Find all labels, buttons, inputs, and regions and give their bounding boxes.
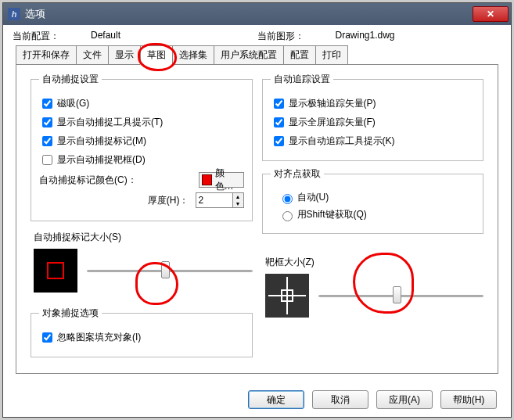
- alignment-group: 对齐点获取 自动(U) 用Shift键获取(Q): [262, 167, 484, 234]
- info-row: 当前配置： Default 当前图形： Drawing1.dwg: [3, 25, 511, 45]
- help-button[interactable]: 帮助(H): [440, 390, 497, 409]
- marker-checkbox[interactable]: [42, 136, 52, 146]
- ignore-hatch-label: 忽略图案填充对象(I): [57, 331, 141, 344]
- tab-content: 自动捕捉设置 磁吸(G) 显示自动捕捉工具提示(T) 显示自动捕捉标记(M) 显…: [16, 64, 498, 374]
- slider-thumb[interactable]: [393, 286, 401, 303]
- titlebar: h 选项 ✕: [3, 3, 511, 25]
- tab-bar: 打开和保存 文件 显示 草图 选择集 用户系统配置 配置 打印: [3, 45, 511, 64]
- tooltip-checkbox[interactable]: [42, 117, 52, 127]
- options-dialog: h 选项 ✕ 当前配置： Default 当前图形： Drawing1.dwg …: [2, 2, 512, 418]
- color-button[interactable]: 颜色…: [199, 172, 244, 188]
- object-snap-group: 对象捕捉选项 忽略图案填充对象(I): [31, 307, 253, 357]
- tab-plot[interactable]: 打印: [315, 45, 348, 65]
- tab-files[interactable]: 文件: [76, 45, 109, 65]
- ignore-hatch-checkbox[interactable]: [42, 332, 52, 343]
- aperture-label: 显示自动捕捉靶框(D): [57, 153, 146, 167]
- tab-display[interactable]: 显示: [108, 45, 141, 65]
- thickness-label: 厚度(H)：: [39, 194, 196, 207]
- app-icon: h: [8, 8, 20, 20]
- full-vector-label: 显示全屏追踪矢量(F): [289, 116, 376, 129]
- marker-size-group: 自动捕捉标记大小(S): [31, 228, 253, 300]
- current-config-label: 当前配置：: [13, 30, 59, 43]
- track-tooltip-label: 显示自动追踪工具提示(K): [289, 135, 395, 148]
- current-drawing-value: Drawing1.dwg: [336, 30, 395, 43]
- aperture-preview: [265, 274, 309, 318]
- track-tooltip-checkbox[interactable]: [274, 136, 284, 146]
- tab-selection[interactable]: 选择集: [172, 45, 214, 65]
- marker-size-slider[interactable]: [87, 263, 253, 278]
- current-config-value: Default: [91, 30, 120, 43]
- close-icon: ✕: [487, 9, 494, 20]
- aperture-size-slider[interactable]: [318, 288, 484, 303]
- color-button-label: 颜色…: [215, 167, 241, 193]
- aperture-preview-icon: [281, 289, 293, 302]
- full-vector-checkbox[interactable]: [274, 117, 284, 127]
- cancel-button[interactable]: 取消: [312, 390, 368, 409]
- auto-label: 自动(U): [297, 191, 329, 204]
- color-label: 自动捕捉标记颜色(C)：: [39, 174, 137, 187]
- autosnap-group: 自动捕捉设置 磁吸(G) 显示自动捕捉工具提示(T) 显示自动捕捉标记(M) 显…: [31, 73, 253, 221]
- tooltip-label: 显示自动捕捉工具提示(T): [57, 116, 163, 129]
- button-row: 确定 取消 应用(A) 帮助(H): [248, 390, 497, 409]
- marker-preview: [34, 249, 77, 293]
- ok-button[interactable]: 确定: [248, 390, 304, 409]
- left-column: 自动捕捉设置 磁吸(G) 显示自动捕捉工具提示(T) 显示自动捕捉标记(M) 显…: [26, 73, 257, 364]
- tab-drafting[interactable]: 草图: [140, 45, 173, 65]
- auto-radio[interactable]: [282, 194, 293, 204]
- marker-preview-icon: [47, 262, 64, 279]
- shift-label: 用Shift键获取(Q): [297, 208, 367, 221]
- spin-down-icon: ▼: [233, 200, 243, 207]
- spin-up-icon: ▲: [233, 193, 243, 200]
- autotrack-legend: 自动追踪设置: [271, 73, 333, 86]
- autosnap-legend: 自动捕捉设置: [39, 73, 102, 86]
- right-column: 自动追踪设置 显示极轴追踪矢量(P) 显示全屏追踪矢量(F) 显示自动追踪工具提…: [257, 73, 489, 364]
- object-snap-legend: 对象捕捉选项: [39, 307, 102, 320]
- thickness-input[interactable]: 2: [196, 192, 233, 208]
- magnet-checkbox[interactable]: [42, 99, 52, 109]
- tab-profiles[interactable]: 配置: [283, 45, 316, 65]
- apply-button[interactable]: 应用(A): [376, 390, 433, 409]
- thickness-spinner[interactable]: ▲▼: [233, 192, 244, 208]
- polar-vector-label: 显示极轴追踪矢量(P): [289, 97, 376, 110]
- aperture-size-group: 靶框大小(Z): [262, 253, 484, 325]
- close-button[interactable]: ✕: [473, 6, 509, 22]
- magnet-label: 磁吸(G): [57, 97, 89, 110]
- marker-size-legend: 自动捕捉标记大小(S): [34, 231, 253, 244]
- aperture-size-legend: 靶框大小(Z): [265, 256, 484, 269]
- polar-vector-checkbox[interactable]: [274, 99, 284, 109]
- shift-radio[interactable]: [282, 211, 293, 221]
- window-title: 选项: [25, 7, 473, 21]
- color-swatch-icon: [202, 174, 212, 185]
- aperture-checkbox[interactable]: [42, 155, 52, 165]
- alignment-legend: 对齐点获取: [271, 167, 324, 181]
- marker-label: 显示自动捕捉标记(M): [57, 135, 146, 148]
- autotrack-group: 自动追踪设置 显示极轴追踪矢量(P) 显示全屏追踪矢量(F) 显示自动追踪工具提…: [262, 73, 484, 161]
- slider-thumb[interactable]: [161, 261, 170, 278]
- tab-open-save[interactable]: 打开和保存: [16, 45, 77, 65]
- tab-user-prefs[interactable]: 用户系统配置: [214, 45, 284, 65]
- current-drawing-label: 当前图形：: [257, 30, 304, 43]
